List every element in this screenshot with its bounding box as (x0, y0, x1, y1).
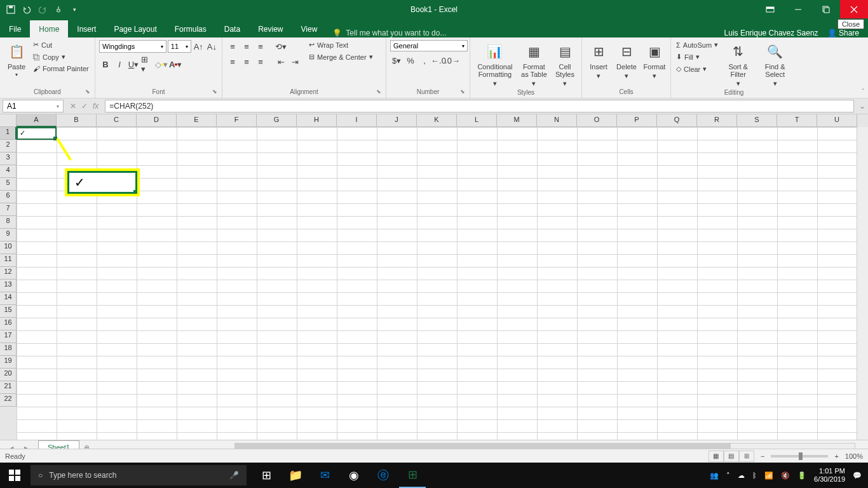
row-header-13[interactable]: 13 (0, 280, 17, 292)
column-header-m[interactable]: M (497, 114, 537, 127)
column-header-e[interactable]: E (177, 114, 217, 127)
zoom-out-button[interactable]: − (761, 452, 764, 460)
tab-view[interactable]: View (292, 20, 327, 37)
row-header-10[interactable]: 10 (0, 241, 17, 254)
column-header-s[interactable]: S (737, 114, 777, 127)
delete-cells-button[interactable]: ⊟Delete▾ (614, 40, 639, 81)
decrease-decimal-icon[interactable]: .0→ (446, 54, 459, 67)
people-icon[interactable]: 👥 (710, 471, 719, 480)
tab-home[interactable]: Home (30, 20, 68, 37)
autosum-button[interactable]: ΣAutoSum ▾ (675, 40, 719, 50)
redo-icon[interactable] (36, 3, 50, 17)
align-top-icon[interactable]: ≡ (226, 40, 239, 53)
column-header-b[interactable]: B (57, 114, 97, 127)
column-header-j[interactable]: J (377, 114, 417, 127)
orientation-icon[interactable]: ⟲▾ (275, 40, 287, 53)
comma-format-icon[interactable]: , (418, 54, 431, 67)
sort-filter-button[interactable]: ⇅Sort & Filter▾ (722, 40, 754, 89)
wifi-icon[interactable]: 📶 (764, 471, 773, 480)
edge-icon[interactable]: ⓔ (370, 463, 397, 488)
row-header-22[interactable]: 22 (0, 394, 17, 407)
row-header-9[interactable]: 9 (0, 229, 17, 241)
row-header-16[interactable]: 16 (0, 318, 17, 330)
enter-formula-icon[interactable]: ✓ (81, 102, 88, 111)
column-header-i[interactable]: I (337, 114, 377, 127)
cells-area[interactable]: ✓ ✓ (17, 127, 857, 440)
conditional-formatting-button[interactable]: 📊Conditional Formatting▾ (474, 40, 516, 89)
percent-format-icon[interactable]: % (404, 54, 417, 67)
underline-button[interactable]: U ▾ (127, 58, 140, 71)
tell-me-search[interactable]: 💡 Tell me what you want to do... (326, 29, 446, 37)
copy-button[interactable]: ⿻Copy ▾ (32, 52, 90, 62)
cell-styles-button[interactable]: ▤Cell Styles▾ (552, 40, 578, 89)
column-header-f[interactable]: F (217, 114, 257, 127)
font-color-button[interactable]: A▾ (169, 58, 182, 71)
user-name[interactable]: Luis Enrique Chavez Saenz (724, 29, 818, 37)
page-break-view-button[interactable]: ⊞ (739, 451, 754, 462)
volume-icon[interactable]: 🔇 (781, 471, 790, 480)
select-all-button[interactable] (0, 114, 17, 127)
undo-icon[interactable] (20, 3, 34, 17)
column-header-g[interactable]: G (257, 114, 297, 127)
row-header-12[interactable]: 12 (0, 267, 17, 280)
column-header-h[interactable]: H (297, 114, 337, 127)
row-header-3[interactable]: 3 (0, 152, 17, 165)
name-box[interactable]: A1▾ (3, 100, 64, 112)
row-header-18[interactable]: 18 (0, 343, 17, 356)
onedrive-icon[interactable]: ☁ (738, 471, 745, 480)
tab-formulas[interactable]: Formulas (166, 20, 215, 37)
merge-center-button[interactable]: ⊟Merge & Center ▾ (308, 52, 374, 62)
decrease-indent-icon[interactable]: ⇤ (275, 55, 287, 68)
tab-insert[interactable]: Insert (68, 20, 105, 37)
clipboard-launcher[interactable]: ⬊ (85, 88, 93, 96)
row-header-1[interactable]: 1 (0, 127, 17, 140)
row-header-2[interactable]: 2 (0, 140, 17, 152)
column-header-n[interactable]: N (537, 114, 577, 127)
vertical-scrollbar[interactable] (857, 127, 868, 440)
number-launcher[interactable]: ⬊ (460, 88, 468, 96)
row-header-7[interactable]: 7 (0, 203, 17, 216)
align-bottom-icon[interactable]: ≡ (254, 40, 267, 53)
qat-customize-icon[interactable]: ▾ (67, 3, 81, 17)
bluetooth-icon[interactable]: ᛒ (752, 471, 757, 479)
chrome-icon[interactable]: ◉ (341, 463, 367, 488)
align-center-icon[interactable]: ≡ (240, 55, 253, 68)
column-header-d[interactable]: D (137, 114, 177, 127)
wrap-text-button[interactable]: ↩Wrap Text (308, 40, 374, 50)
bold-button[interactable]: B (99, 58, 112, 71)
excel-icon[interactable]: ⊞ (399, 463, 426, 488)
italic-button[interactable]: I (113, 58, 126, 71)
column-header-o[interactable]: O (577, 114, 617, 127)
accounting-format-icon[interactable]: $▾ (390, 54, 403, 67)
minimize-button[interactable] (784, 0, 812, 18)
increase-decimal-icon[interactable]: ←.0 (432, 54, 445, 67)
tab-file[interactable]: File (0, 20, 30, 37)
format-as-table-button[interactable]: ▦Format as Table▾ (519, 40, 550, 89)
battery-icon[interactable]: 🔋 (797, 471, 806, 480)
row-header-17[interactable]: 17 (0, 330, 17, 343)
row-header-15[interactable]: 15 (0, 305, 17, 318)
cut-button[interactable]: ✂Cut (32, 40, 90, 50)
column-header-t[interactable]: T (777, 114, 817, 127)
task-view-icon[interactable]: ⊞ (253, 463, 280, 488)
close-button[interactable] (840, 0, 868, 18)
ribbon-display-icon[interactable] (756, 0, 784, 18)
number-format-combo[interactable]: General▾ (390, 40, 468, 51)
column-header-r[interactable]: R (697, 114, 737, 127)
column-header-k[interactable]: K (417, 114, 457, 127)
font-size-combo[interactable]: 11▾ (168, 40, 191, 53)
formula-input[interactable]: =CHAR(252) (105, 100, 854, 112)
row-header-4[interactable]: 4 (0, 165, 17, 178)
taskbar-search[interactable]: ○ Type here to search 🎤 (31, 465, 247, 485)
fx-icon[interactable]: fx (93, 102, 98, 111)
increase-indent-icon[interactable]: ⇥ (288, 55, 301, 68)
find-select-button[interactable]: 🔍Find & Select▾ (757, 40, 793, 89)
collapse-ribbon-icon[interactable]: ˇ (862, 88, 864, 95)
zoom-thumb[interactable] (799, 452, 803, 460)
fill-button[interactable]: ⬇Fill ▾ (675, 52, 719, 62)
increase-font-icon[interactable]: A↑ (193, 40, 205, 53)
align-right-icon[interactable]: ≡ (254, 55, 267, 68)
clear-button[interactable]: ◇Clear ▾ (675, 64, 719, 74)
column-header-p[interactable]: P (617, 114, 657, 127)
tab-review[interactable]: Review (249, 20, 292, 37)
